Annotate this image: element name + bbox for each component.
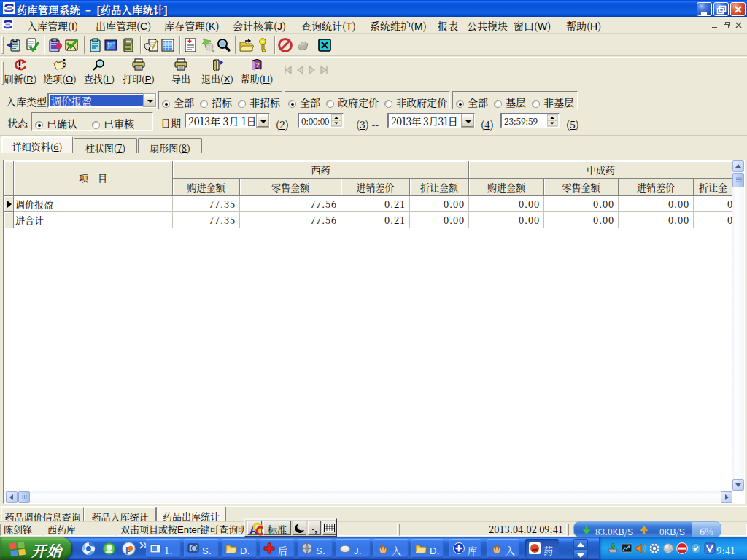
svg-text:?: ? [255,60,260,69]
